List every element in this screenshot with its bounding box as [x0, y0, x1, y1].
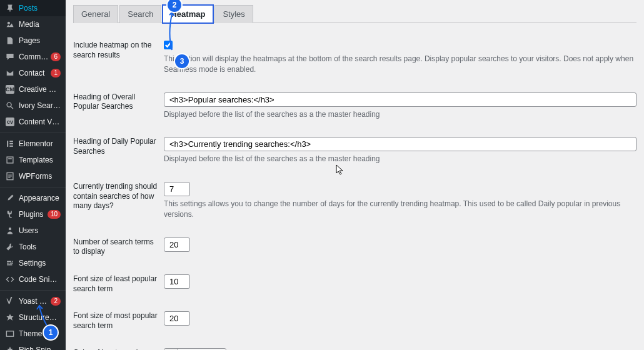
sidebar-item-templates[interactable]: Templates	[0, 152, 66, 168]
sidebar-item-posts[interactable]: Posts	[0, 0, 66, 16]
svg-rect-7	[8, 158, 12, 159]
badge: 1	[51, 69, 61, 78]
sidebar-label: Code Snippets	[19, 275, 61, 284]
sidebar-item-yoast-seo[interactable]: Yoast SEO2	[0, 293, 66, 309]
sidebar-item-elementor[interactable]: Elementor	[0, 136, 66, 152]
sidebar-label: Comments	[19, 52, 48, 61]
sidebar-item-media[interactable]: Media	[0, 16, 66, 32]
sidebar-label: Tools	[19, 242, 61, 251]
svg-rect-4	[9, 143, 13, 144]
tab-search[interactable]: Search	[119, 5, 161, 23]
plug-icon	[5, 209, 15, 219]
tab-general[interactable]: General	[73, 5, 118, 23]
sidebar-item-creative-mail[interactable]: CMCreative Mail	[0, 81, 66, 98]
svg-point-0	[8, 22, 10, 24]
sidebar-item-users[interactable]: Users	[0, 222, 66, 239]
elementor-icon	[5, 139, 15, 149]
mail-icon	[5, 68, 15, 78]
label-font-least: Font size of least popular search term	[73, 274, 164, 294]
sidebar-label: Media	[19, 20, 61, 29]
input-num-terms[interactable]	[164, 238, 190, 252]
page-icon	[5, 36, 15, 46]
sidebar-label: Plugins	[19, 210, 45, 219]
templates-icon	[5, 155, 15, 165]
sidebar-item-content-views[interactable]: cvContent Views	[0, 114, 66, 130]
annotation-3: 3	[175, 54, 189, 68]
users-icon	[5, 226, 15, 236]
sidebar-label: Contact	[19, 69, 48, 78]
svg-point-9	[9, 228, 11, 230]
sidebar-item-code-snippets[interactable]: Code Snippets	[0, 271, 66, 288]
annotation-1: 1	[44, 326, 58, 339]
svg-rect-5	[9, 146, 13, 147]
arrow-1-icon	[34, 304, 53, 327]
badge: 10	[48, 210, 61, 219]
sidebar-label: Appearance	[19, 194, 61, 202]
tools-icon	[5, 242, 15, 252]
admin-sidebar: PostsMediaPagesComments6Contact1CMCreati…	[0, 0, 66, 350]
sidebar-item-comments[interactable]: Comments6	[0, 49, 66, 65]
sidebar-label: Users	[19, 226, 61, 235]
label-daily-heading: Heading of Daily Popular Searches	[73, 137, 164, 164]
sidebar-item-contact[interactable]: Contact1	[0, 65, 66, 81]
sidebar-label: Settings	[19, 259, 61, 268]
desc-overall-heading: Displayed before the list of the searche…	[164, 109, 636, 120]
theme-icon	[5, 329, 15, 339]
tab-styles[interactable]: Styles	[214, 5, 253, 23]
sidebar-item-ivory-search[interactable]: Ivory Search	[0, 98, 66, 114]
input-overall-heading[interactable]	[164, 92, 636, 107]
sidebar-item-pages[interactable]: Pages	[0, 32, 66, 49]
comment-icon	[5, 52, 15, 62]
struct-icon	[5, 312, 15, 322]
sidebar-label: Templates	[19, 156, 61, 164]
yoast-icon	[5, 296, 15, 306]
brush-icon	[5, 193, 15, 203]
label-num-terms: Number of search terms to display	[73, 238, 164, 257]
sidebar-label: Posts	[19, 4, 61, 12]
sidebar-item-wpforms[interactable]: WPForms	[0, 168, 66, 184]
cv-icon: cv	[5, 117, 15, 127]
pin-icon	[5, 3, 15, 13]
label-font-most: Font size of most popular search term	[73, 311, 164, 331]
settings-icon	[5, 258, 15, 268]
label-trending-days: Currently trending should contain search…	[73, 182, 164, 220]
cursor-icon	[336, 164, 345, 176]
sidebar-item-structured-data[interactable]: Structured Data	[0, 309, 66, 326]
svg-rect-6	[7, 157, 13, 163]
sidebar-item-appearance[interactable]: Appearance	[0, 190, 66, 206]
input-daily-heading[interactable]	[164, 137, 636, 151]
sidebar-label: Elementor	[19, 139, 61, 148]
sidebar-item-rich-snippets[interactable]: Rich Snippets	[0, 342, 66, 350]
desc-daily-heading: Displayed before the list of the searche…	[164, 154, 636, 164]
main-content: GeneralSearchHeatmapStyles Include heatm…	[66, 0, 644, 350]
desc-include-heatmap: This option will display the heatmaps at…	[164, 54, 636, 75]
sidebar-label: Pages	[19, 36, 61, 45]
sidebar-item-plugins[interactable]: Plugins10	[0, 206, 66, 222]
sidebar-label: Creative Mail	[19, 85, 61, 94]
label-include-heatmap: Include heatmap on the search results	[73, 41, 164, 75]
wpforms-icon	[5, 171, 15, 181]
rich-icon	[5, 345, 15, 350]
badge: 6	[51, 52, 61, 61]
svg-rect-3	[9, 141, 13, 142]
svg-rect-10	[6, 331, 13, 336]
code-icon	[5, 274, 15, 284]
sidebar-item-tools[interactable]: Tools	[0, 239, 66, 255]
svg-rect-2	[7, 141, 8, 147]
checkbox-include-heatmap[interactable]	[164, 41, 173, 49]
svg-point-1	[7, 102, 11, 107]
cm-icon: CM	[5, 84, 15, 94]
sidebar-item-settings[interactable]: Settings	[0, 255, 66, 271]
input-font-least[interactable]	[164, 274, 190, 289]
ivory-icon	[5, 101, 15, 111]
sidebar-label: Content Views	[19, 118, 61, 126]
media-icon	[5, 19, 15, 29]
input-font-most[interactable]	[164, 311, 190, 326]
sidebar-label: Ivory Search	[19, 101, 61, 110]
sidebar-label: WPForms	[19, 172, 61, 181]
label-overall-heading: Heading of Overall Popular Searches	[73, 92, 164, 120]
input-trending-days[interactable]	[164, 182, 190, 196]
settings-tabs: GeneralSearchHeatmapStyles	[73, 5, 636, 23]
desc-trending-days: This settings allows you to change the n…	[164, 199, 636, 220]
sidebar-label: Rich Snippets	[19, 346, 61, 350]
